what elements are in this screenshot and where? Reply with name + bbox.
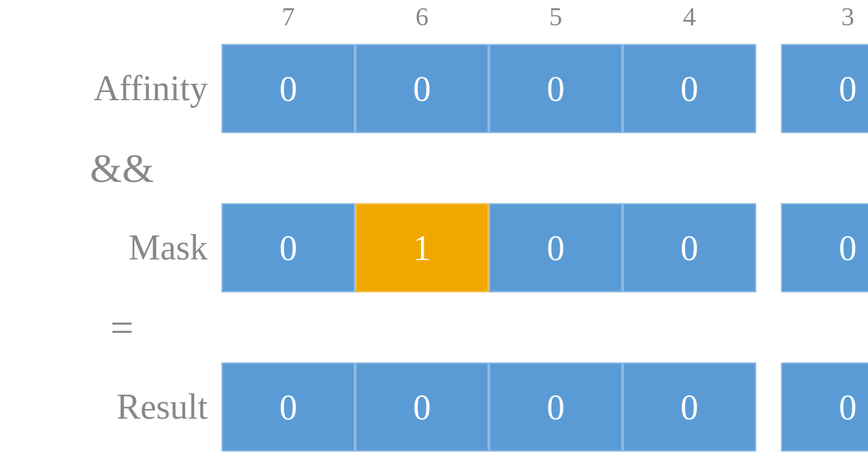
diagram: 76543210Affinity00000100&&Mask01000110=R… [23,1,845,452]
bit-left-0-3: 0 [623,44,756,133]
col-header-7: 7 [221,1,355,32]
bit-left-4-0: 0 [221,362,355,452]
bit-left-2-2: 0 [489,203,623,292]
bit-left-2-3: 0 [623,203,756,292]
row-0: Affinity00000100 [23,44,845,133]
bit-left-2-1: 1 [355,203,489,292]
bit-left-4-3: 0 [623,362,756,452]
row-1: && [23,146,845,191]
col-header-5: 5 [489,1,623,32]
bit-right-0-0: 0 [781,44,868,133]
bit-left-4-2: 0 [489,362,623,452]
row-label-1: && [23,146,221,191]
row-2: Mask01000110 [23,203,845,292]
row-label-0: Affinity [23,69,221,108]
row-3: = [23,305,845,350]
bit-right-2-0: 0 [781,203,868,292]
bit-left-0-2: 0 [489,44,623,133]
bit-left-0-1: 0 [355,44,489,133]
row-label-4: Result [23,387,221,426]
col-header-4: 4 [623,1,756,32]
row-4: Result00000100 [23,362,845,452]
bit-left-0-0: 0 [221,44,355,133]
header-row: 76543210 [23,1,845,32]
col-header-6: 6 [355,1,489,32]
row-label-3: = [23,305,221,350]
col-header-3: 3 [781,1,868,32]
row-label-2: Mask [23,228,221,267]
bit-left-2-0: 0 [221,203,355,292]
bit-right-4-0: 0 [781,362,868,452]
bit-left-4-1: 0 [355,362,489,452]
